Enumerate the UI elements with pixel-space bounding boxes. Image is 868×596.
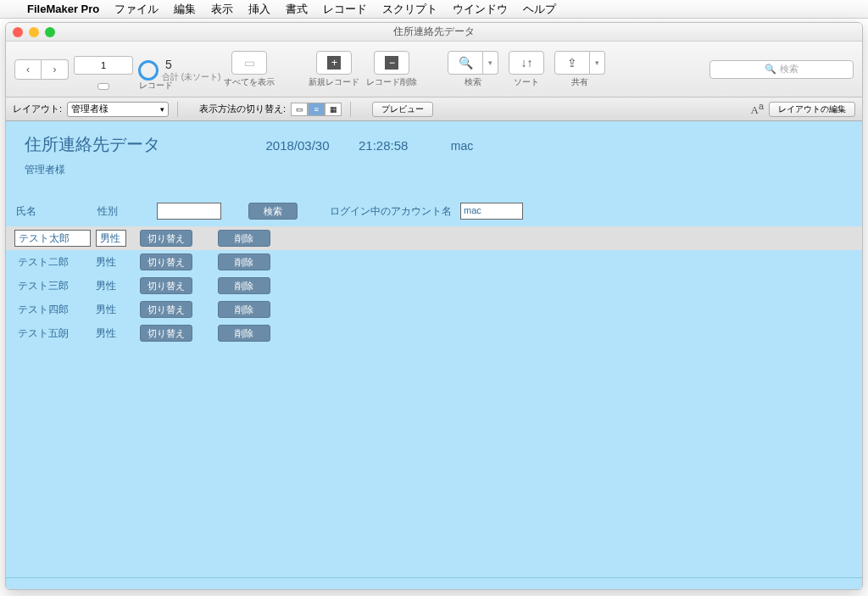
menu-insert[interactable]: 挿入 bbox=[248, 2, 270, 17]
prev-record-button[interactable]: ‹ bbox=[14, 59, 42, 80]
table-row[interactable]: テスト太郎男性切り替え削除 bbox=[6, 226, 862, 250]
share-icon: ⇪ bbox=[567, 56, 577, 70]
login-account-value: mac bbox=[460, 203, 523, 220]
menubar: FileMaker Pro ファイル 編集 表示 挿入 書式 レコード スクリプ… bbox=[0, 0, 868, 19]
chevron-down-icon: ▾ bbox=[595, 58, 599, 67]
search-button[interactable]: 🔍 bbox=[448, 51, 483, 75]
view-form-button[interactable]: ▭ bbox=[291, 103, 308, 116]
sex-cell: 男性 bbox=[96, 279, 126, 293]
text-format-icon[interactable]: Aa bbox=[751, 101, 764, 117]
time-value: 21:28:58 bbox=[359, 138, 408, 153]
search-dropdown[interactable]: ▾ bbox=[483, 51, 498, 75]
sex-cell: 男性 bbox=[96, 255, 126, 270]
delete-button[interactable]: 削除 bbox=[218, 301, 270, 318]
show-all-button[interactable]: ▭ bbox=[231, 51, 267, 75]
preview-button[interactable]: プレビュー bbox=[372, 102, 433, 117]
menu-record[interactable]: レコード bbox=[323, 2, 367, 17]
name-cell[interactable]: テスト太郎 bbox=[14, 230, 91, 247]
menu-edit[interactable]: 編集 bbox=[174, 2, 196, 17]
menu-window[interactable]: ウインドウ bbox=[453, 2, 508, 17]
record-pos: 1 bbox=[101, 60, 106, 70]
content: 住所連絡先データ 2018/03/30 21:28:58 mac 管理者様 氏名… bbox=[6, 121, 862, 577]
delete-record-button[interactable]: − bbox=[374, 51, 409, 75]
edit-layout-button[interactable]: レイアウトの編集 bbox=[769, 102, 855, 117]
switch-button[interactable]: 切り替え bbox=[140, 325, 192, 342]
search-btn-label: 検索 bbox=[264, 205, 282, 218]
sex-cell: 男性 bbox=[96, 303, 126, 317]
table-row[interactable]: テスト五朗男性切り替え削除 bbox=[6, 321, 862, 345]
sex-cell[interactable]: 男性 bbox=[96, 230, 126, 247]
show-all-label: すべてを表示 bbox=[224, 76, 275, 88]
search-placeholder: 検索 bbox=[780, 63, 798, 75]
minus-icon: − bbox=[385, 56, 398, 70]
search-submit-button[interactable]: 検索 bbox=[248, 203, 298, 220]
menu-view[interactable]: 表示 bbox=[211, 2, 233, 17]
delete-button[interactable]: 削除 bbox=[218, 325, 270, 342]
edit-layout-label: レイアウトの編集 bbox=[778, 103, 846, 115]
name-column-label: 氏名 bbox=[16, 204, 89, 219]
switch-button[interactable]: 切り替え bbox=[140, 301, 192, 318]
search-icon: 🔍 bbox=[459, 56, 473, 70]
minimize-icon[interactable] bbox=[29, 27, 39, 37]
sex-column-label: 性別 bbox=[97, 204, 148, 219]
delete-button[interactable]: 削除 bbox=[218, 277, 270, 294]
delete-record-label: レコード削除 bbox=[366, 76, 417, 88]
menu-help[interactable]: ヘルプ bbox=[523, 2, 556, 17]
toolbar: ‹ › 1 5 合計 (未ソート) レコード ▭ すべてを表示 bbox=[6, 42, 862, 97]
toolbar-search-label: 検索 bbox=[465, 76, 481, 88]
user-value: mac bbox=[451, 139, 473, 153]
name-cell: テスト五朗 bbox=[14, 326, 91, 341]
search-input[interactable]: 🔍 検索 bbox=[709, 60, 854, 79]
search-text-input[interactable] bbox=[157, 203, 221, 220]
table-row[interactable]: テスト三郎男性切り替え削除 bbox=[6, 274, 862, 298]
share-dropdown[interactable]: ▾ bbox=[590, 51, 605, 75]
sex-cell: 男性 bbox=[96, 326, 126, 341]
view-list-button[interactable]: ≡ bbox=[308, 103, 325, 116]
delete-button[interactable]: 削除 bbox=[218, 253, 270, 270]
switch-button[interactable]: 切り替え bbox=[140, 230, 192, 247]
record-list: テスト太郎男性切り替え削除テスト二郎男性切り替え削除テスト三郎男性切り替え削除テ… bbox=[6, 226, 862, 345]
sort-label: ソート bbox=[514, 76, 539, 88]
new-record-button[interactable]: + bbox=[316, 51, 352, 75]
app-name[interactable]: FileMaker Pro bbox=[27, 3, 99, 15]
table-row[interactable]: テスト二郎男性切り替え削除 bbox=[6, 250, 862, 274]
view-table-button[interactable]: ▦ bbox=[325, 103, 342, 116]
layout-select[interactable]: 管理者様 bbox=[67, 102, 169, 117]
layout-value: 管理者様 bbox=[71, 103, 108, 115]
sort-icon: ↓↑ bbox=[520, 56, 532, 70]
slider-thumb-icon[interactable] bbox=[97, 83, 109, 90]
name-cell: テスト二郎 bbox=[14, 255, 91, 270]
share-button[interactable]: ⇪ bbox=[554, 51, 590, 75]
record-total: 5 bbox=[165, 58, 220, 71]
zoom-icon[interactable] bbox=[45, 27, 55, 37]
close-icon[interactable] bbox=[13, 27, 23, 37]
switch-button[interactable]: 切り替え bbox=[140, 277, 192, 294]
menu-format[interactable]: 書式 bbox=[286, 2, 308, 17]
menu-script[interactable]: スクリプト bbox=[382, 2, 437, 17]
chevron-down-icon: ▾ bbox=[488, 58, 492, 67]
piechart-icon bbox=[138, 60, 159, 81]
delete-button[interactable]: 削除 bbox=[218, 230, 270, 247]
record-slider[interactable]: 1 bbox=[74, 56, 133, 75]
view-label: 表示方法の切り替え: bbox=[199, 103, 286, 115]
name-cell: テスト四郎 bbox=[14, 303, 91, 317]
switch-button[interactable]: 切り替え bbox=[140, 253, 192, 270]
page-title: 住所連絡先データ bbox=[25, 133, 160, 156]
plus-icon: + bbox=[327, 56, 341, 70]
name-cell: テスト三郎 bbox=[14, 279, 91, 293]
share-label: 共有 bbox=[571, 76, 588, 88]
login-account-label: ログイン中のアカウント名 bbox=[330, 204, 452, 219]
window-title: 住所連絡先データ bbox=[393, 25, 475, 39]
titlebar: 住所連絡先データ bbox=[6, 23, 862, 42]
menu-file[interactable]: ファイル bbox=[114, 2, 159, 17]
search-icon: 🔍 bbox=[765, 64, 776, 75]
table-row[interactable]: テスト四郎男性切り替え削除 bbox=[6, 298, 862, 321]
layout-bar: レイアウト: 管理者様 表示方法の切り替え: ▭ ≡ ▦ プレビュー Aa レイ… bbox=[6, 97, 862, 121]
stack-icon: ▭ bbox=[244, 56, 255, 70]
layout-label: レイアウト: bbox=[13, 103, 62, 115]
record-label: レコード bbox=[139, 80, 173, 92]
date-value: 2018/03/30 bbox=[265, 138, 329, 153]
preview-label: プレビュー bbox=[381, 103, 424, 115]
next-record-button[interactable]: › bbox=[42, 59, 69, 80]
sort-button[interactable]: ↓↑ bbox=[509, 51, 544, 75]
